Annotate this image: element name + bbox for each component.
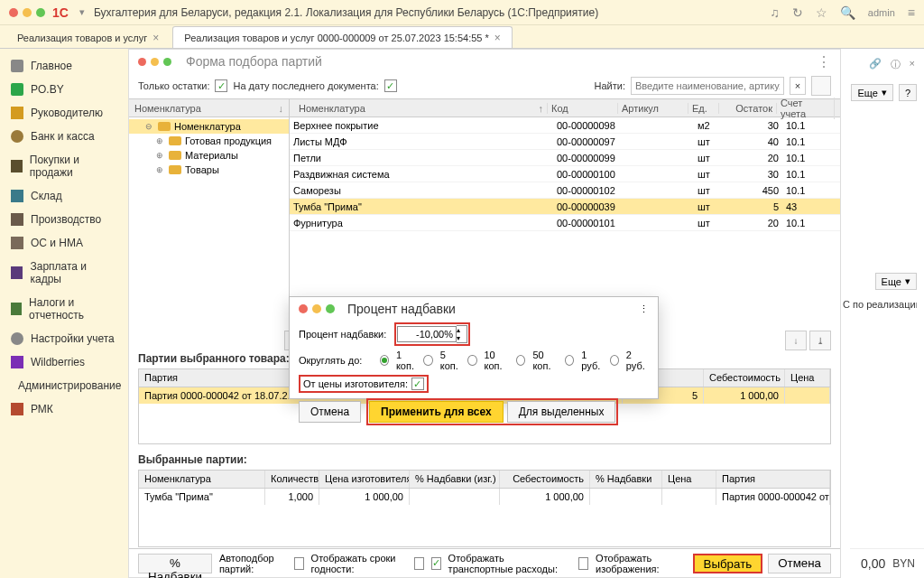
col-part[interactable]: Партия — [716, 471, 830, 488]
col-nom[interactable]: Номенклатура ↑ — [295, 103, 548, 114]
history-icon[interactable]: ↻ — [792, 5, 803, 20]
collapse-icon[interactable]: ⊖ — [145, 122, 154, 131]
show-expiry-checkbox[interactable] — [414, 557, 424, 570]
sidebar-item-wildberries[interactable]: Wildberries — [0, 350, 128, 374]
col-code[interactable]: Код — [548, 103, 618, 114]
col-seb[interactable]: Себестоимость — [704, 369, 785, 387]
sidebar-item-main[interactable]: Главное — [0, 54, 128, 78]
col-cena[interactable]: Цена — [662, 471, 716, 488]
admin-label[interactable]: admin — [868, 7, 895, 18]
table-row[interactable]: Фурнитура00-00000101шт2010.1 — [290, 215, 840, 231]
search-icon[interactable]: 🔍 — [840, 5, 855, 20]
round-50kop-radio[interactable] — [516, 355, 525, 366]
show-transport-checkbox[interactable] — [431, 557, 441, 570]
table-row[interactable]: Раздвижная система00-00000100шт3010.1 — [290, 166, 840, 182]
sidebar-item-hr[interactable]: Зарплата и кадры — [0, 255, 128, 291]
cancel-button[interactable]: Отмена — [768, 554, 831, 573]
col-kol[interactable]: Количество — [265, 471, 319, 488]
menu-icon[interactable]: ≡ — [908, 5, 915, 20]
col-nadbp[interactable]: % Надбавки (изг.) — [410, 471, 500, 488]
col-izg[interactable]: Цена изготовителя — [319, 471, 410, 488]
tree-item[interactable]: ⊕Готовая продукция — [129, 134, 289, 148]
col-art[interactable]: Артикул — [618, 103, 688, 114]
maximize-icon[interactable] — [36, 8, 45, 17]
spinner-icon[interactable]: ▴▾ — [457, 325, 467, 343]
search-input[interactable] — [631, 77, 784, 95]
sidebar-item-rmk[interactable]: РМК — [0, 397, 128, 421]
round-1kop-radio[interactable] — [380, 355, 389, 366]
sidebar-item-sales[interactable]: Покупки и продажи — [0, 148, 128, 184]
close-icon[interactable] — [299, 304, 308, 313]
link-icon[interactable]: 🔗 — [869, 58, 882, 71]
minimize-icon[interactable] — [151, 58, 159, 66]
by-doc-date-checkbox[interactable] — [384, 79, 397, 92]
markup-pct-button[interactable]: % Надбавки — [138, 554, 212, 573]
markup-input[interactable] — [397, 326, 457, 342]
col-nom[interactable]: Номенклатура — [139, 471, 265, 488]
more-icon[interactable]: ⋮ — [639, 303, 649, 315]
round-1rub-radio[interactable] — [565, 355, 574, 366]
close-icon[interactable] — [9, 8, 18, 17]
sidebar-item-settings[interactable]: Настройки учета — [0, 327, 128, 350]
minimize-icon[interactable] — [312, 304, 321, 313]
help-button[interactable]: ? — [899, 84, 917, 101]
maximize-icon[interactable] — [326, 304, 335, 313]
tree-item[interactable]: ⊕Материалы — [129, 148, 289, 163]
sidebar-item-poby[interactable]: PO.BY — [0, 78, 128, 101]
sidebar-item-assets[interactable]: ОС и НМА — [0, 231, 128, 255]
tab-realization-doc[interactable]: Реализация товаров и услуг 0000-000009 о… — [172, 26, 513, 48]
table-row[interactable]: Петли00-00000099шт2010.1 — [290, 150, 840, 166]
sort-icon[interactable]: ↓ — [279, 103, 284, 114]
table-row[interactable]: Листы МДФ00-00000097шт4010.1 — [290, 134, 840, 150]
more-button[interactable]: Еще ▾ — [851, 84, 892, 101]
close-icon[interactable]: × — [494, 32, 501, 44]
bell-icon[interactable]: ♫ — [770, 5, 780, 20]
chosen-row[interactable]: Тумба "Прима" 1,000 1 000,00 1 000,00 Па… — [139, 489, 830, 505]
minimize-icon[interactable] — [23, 8, 32, 17]
col-ost[interactable]: Остаток — [719, 103, 777, 114]
more-button-2[interactable]: Еще ▾ — [875, 273, 917, 290]
expand-icon[interactable]: ⊕ — [156, 136, 165, 145]
round-5kop-radio[interactable] — [423, 355, 432, 366]
barcode-button[interactable] — [811, 76, 831, 96]
tree-item[interactable]: ⊕Товары — [129, 163, 289, 177]
sidebar-item-prod[interactable]: Производство — [0, 208, 128, 231]
col-schet[interactable]: Счет учета — [777, 98, 835, 119]
star-icon[interactable]: ☆ — [816, 5, 827, 20]
sidebar-item-stock[interactable]: Склад — [0, 184, 128, 208]
select-button[interactable]: Выбрать — [693, 554, 763, 573]
table-row[interactable]: Верхнее покрытие00-00000098м23010.1 — [290, 117, 840, 134]
close-icon[interactable]: × — [152, 32, 159, 44]
move-bottom-button[interactable]: ⤓ — [809, 331, 831, 350]
sidebar-item-taxes[interactable]: Налоги и отчетность — [0, 291, 128, 327]
col-cena[interactable]: Цена — [785, 369, 830, 387]
expand-icon[interactable]: ⊕ — [156, 165, 165, 174]
only-balance-checkbox[interactable] — [215, 79, 227, 92]
apply-selected-button[interactable]: Для выделенных — [507, 401, 616, 423]
apply-all-button[interactable]: Применить для всех — [369, 401, 504, 423]
tab-realization-list[interactable]: Реализация товаров и услуг × — [5, 26, 171, 48]
move-down-button[interactable]: ↓ — [785, 331, 807, 350]
col-seb[interactable]: Себестоимость — [500, 471, 590, 488]
autopick-checkbox[interactable] — [294, 557, 304, 570]
more-icon[interactable]: ⋮ — [817, 53, 831, 70]
col-ed[interactable]: Ед. — [688, 103, 719, 114]
close-icon[interactable] — [138, 58, 146, 66]
window-controls[interactable] — [9, 8, 45, 17]
info-icon[interactable]: ⓘ — [891, 58, 901, 71]
close-icon[interactable]: × — [910, 58, 915, 71]
dialog-cancel-button[interactable]: Отмена — [299, 401, 361, 423]
arrow-icon[interactable]: ▾ — [79, 6, 85, 18]
show-images-checkbox[interactable] — [578, 557, 588, 570]
sidebar-item-bank[interactable]: Банк и касса — [0, 125, 128, 148]
tree-root[interactable]: ⊖Номенклатура — [129, 119, 289, 134]
round-10kop-radio[interactable] — [467, 355, 476, 366]
clear-search-icon[interactable]: × — [790, 77, 806, 95]
expand-icon[interactable]: ⊕ — [156, 151, 165, 160]
round-2rub-radio[interactable] — [610, 355, 619, 366]
table-row[interactable]: Саморезы00-00000102шт45010.1 — [290, 182, 840, 199]
maximize-icon[interactable] — [163, 58, 171, 66]
sidebar-item-manager[interactable]: Руководителю — [0, 101, 128, 125]
table-row[interactable]: Тумба "Прима"00-00000039шт543 — [290, 199, 840, 215]
col-nadb[interactable]: % Надбавки — [590, 471, 662, 488]
